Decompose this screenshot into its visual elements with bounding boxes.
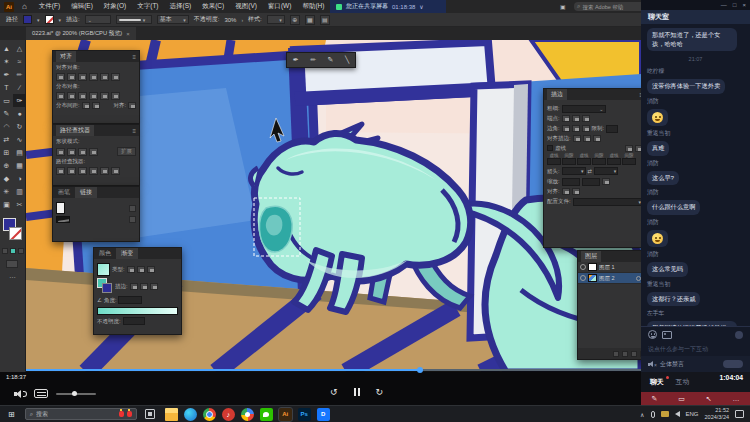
link-item[interactable] (56, 202, 136, 214)
chrome-browser-icon[interactable] (203, 408, 216, 421)
document-setup-icon[interactable]: ⊕ (290, 15, 300, 25)
scale-start-field[interactable] (562, 178, 580, 186)
bevel-join-icon[interactable] (582, 125, 590, 132)
gradient-panel-tab[interactable]: 渐变 (116, 248, 138, 259)
knife-tool-icon[interactable]: ╲ (345, 56, 349, 64)
align-icon[interactable] (56, 73, 65, 81)
laser-pointer-icon[interactable]: ↖ (706, 392, 712, 405)
panel-menu-icon[interactable]: ≡ (132, 128, 136, 134)
freeform-gradient-icon[interactable] (147, 266, 155, 273)
new-layer-icon[interactable] (631, 351, 637, 357)
intersect-icon[interactable] (78, 148, 87, 156)
stroke-panel-tab[interactable]: 描边 (547, 89, 567, 100)
arrowhead-end-dropdown[interactable]: ▾ (594, 167, 618, 175)
trim-icon[interactable] (67, 167, 76, 175)
menu-effect[interactable]: 效果(C) (202, 2, 224, 11)
wechat-icon[interactable] (260, 408, 273, 421)
task-view-icon[interactable] (145, 409, 155, 419)
gap-field[interactable] (562, 158, 576, 165)
layer-name[interactable]: 图层 2 (599, 275, 615, 282)
home-icon[interactable]: ⌂ (22, 2, 27, 11)
fill-color-swatch[interactable] (23, 15, 32, 24)
stroke-weight-stepper[interactable]: ⌄ (85, 15, 111, 24)
free-transform-tool-icon[interactable]: ⊞ (0, 146, 13, 159)
crop-icon[interactable] (89, 167, 98, 175)
projecting-cap-icon[interactable] (582, 115, 590, 122)
pencil-tool-icon[interactable]: ✎ (0, 107, 13, 120)
gradient-button[interactable] (10, 248, 16, 254)
weight-dropdown[interactable]: ⌄ (562, 105, 606, 113)
scale-tool-icon[interactable]: ⇄ (0, 133, 13, 146)
dingtalk-app-icon[interactable]: D (317, 408, 330, 421)
eraser-tool-icon[interactable]: ◠ (0, 120, 13, 133)
mesh-tool-icon[interactable]: ▦ (13, 159, 26, 172)
exclude-icon[interactable] (89, 148, 98, 156)
taskbar-clock[interactable]: 21:52 2024/3/24 (705, 407, 729, 421)
isolate-icon[interactable]: ▤ (320, 15, 330, 25)
preferences-icon[interactable]: ▦ (305, 15, 315, 25)
rotate-tool-icon[interactable]: ↻ (13, 120, 26, 133)
links-panel-tab[interactable]: 链接 (75, 187, 97, 198)
rectangle-tool-icon[interactable]: ▭ (0, 94, 13, 107)
speaker-icon[interactable] (675, 411, 680, 417)
link-item[interactable] (56, 216, 136, 223)
variable-width-profile-dropdown[interactable]: 基本▾ (157, 15, 189, 24)
new-sublayer-icon[interactable] (622, 351, 628, 357)
taskbar-search[interactable]: ⌕ (25, 408, 137, 420)
menu-type[interactable]: 文字(T) (137, 2, 158, 11)
type-tool-icon[interactable]: T (0, 81, 13, 94)
gap-field[interactable] (622, 158, 636, 165)
playhead-dot[interactable] (417, 367, 423, 373)
close-icon[interactable]: × (126, 31, 130, 37)
annotate-rect-icon[interactable]: ▭ (678, 392, 685, 405)
document-tab[interactable]: 0223.ai* @ 200% (RGB/CPU 预览) × (26, 27, 136, 40)
tab-chat[interactable]: 聊天 (650, 377, 664, 387)
start-button[interactable]: ⊞ (8, 410, 15, 419)
width-profile-dropdown[interactable]: ▾ (573, 198, 643, 206)
align-panel-tab[interactable]: 对齐 (56, 51, 76, 62)
distribute-icon[interactable] (111, 92, 120, 100)
menu-view[interactable]: 视图(V) (235, 2, 257, 11)
smooth-tool-icon[interactable]: ✎ (328, 56, 334, 64)
align-outside-icon[interactable] (593, 135, 601, 142)
blob-brush-tool-icon[interactable]: ● (13, 107, 26, 120)
close-icon[interactable]: × (742, 0, 746, 10)
expand-button[interactable]: 扩展 (117, 147, 136, 156)
layer-name[interactable]: 图层 1 (599, 264, 615, 271)
butt-cap-icon[interactable] (562, 115, 570, 122)
tray-chevron-icon[interactable]: ∧ (640, 411, 644, 418)
fill-stroke-mini[interactable] (97, 278, 113, 294)
distribute-icon[interactable] (78, 92, 87, 100)
align-icon[interactable] (67, 73, 76, 81)
layer-row[interactable]: 图层 1 (578, 262, 649, 273)
menu-edit[interactable]: 编辑(E) (71, 2, 93, 11)
microphone-icon[interactable] (651, 411, 655, 418)
dash-field[interactable] (607, 158, 621, 165)
perspective-grid-tool-icon[interactable]: ⊕ (0, 159, 13, 172)
miter-join-icon[interactable] (562, 125, 570, 132)
draw-mode-button[interactable] (6, 260, 18, 268)
dash-field[interactable] (547, 158, 561, 165)
illustrator-app-icon[interactable]: Ai (279, 408, 292, 421)
stroke-gradient-icon[interactable] (150, 283, 158, 290)
paintbrush-icon[interactable]: ✒ (293, 56, 299, 64)
emoji-picker-icon[interactable] (648, 330, 657, 339)
limit-field[interactable] (606, 125, 618, 133)
folder-tray-icon[interactable] (661, 411, 669, 417)
line-tool-icon[interactable]: ∕ (13, 81, 26, 94)
opacity-more-icon[interactable]: › (241, 17, 243, 23)
rewind-icon[interactable]: ↺ (330, 387, 338, 397)
graph-tool-icon[interactable]: ▥ (13, 185, 26, 198)
make-mask-icon[interactable] (613, 351, 619, 357)
stroke-color-swatch[interactable] (45, 15, 54, 24)
gradient-tool-icon[interactable]: ◆ (0, 172, 13, 185)
symbol-sprayer-tool-icon[interactable]: ✳ (0, 185, 13, 198)
arrow-align-icon[interactable] (562, 188, 570, 195)
brush-definition-dropdown[interactable]: ▾ (116, 15, 152, 24)
photoshop-app-icon[interactable]: Ps (298, 408, 311, 421)
align-icon[interactable] (100, 73, 109, 81)
curvature-tool-icon[interactable]: ✏ (13, 68, 26, 81)
unite-icon[interactable] (56, 148, 65, 156)
minus-front-icon[interactable] (67, 148, 76, 156)
align-to-dropdown[interactable] (128, 102, 136, 109)
